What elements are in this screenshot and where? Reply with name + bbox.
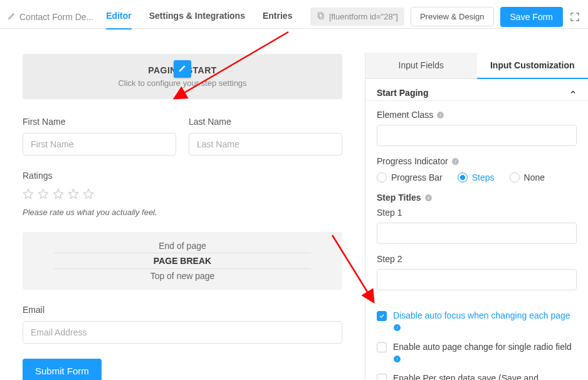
star-icon[interactable] bbox=[53, 188, 64, 201]
pencil-icon bbox=[178, 64, 187, 75]
radio-steps[interactable]: Steps bbox=[458, 172, 495, 182]
tab-editor[interactable]: Editor bbox=[106, 4, 131, 29]
fullscreen-icon[interactable] bbox=[569, 11, 580, 23]
page-break-top: Top of new page bbox=[29, 271, 336, 281]
email-field[interactable]: Email bbox=[23, 305, 342, 344]
page-break-title: PAGE BREAK bbox=[29, 256, 336, 266]
element-class-label: Element Class i bbox=[377, 110, 577, 120]
svg-rect-1 bbox=[318, 13, 322, 18]
page-break-block[interactable]: End of page PAGE BREAK Top of new page bbox=[23, 232, 342, 290]
tab-input-fields[interactable]: Input Fields bbox=[365, 53, 477, 79]
form-canvas: PAGING START Click to configure your ste… bbox=[0, 29, 365, 380]
radio-icon bbox=[458, 172, 468, 182]
star-icon[interactable] bbox=[83, 188, 94, 201]
radio-progress-bar[interactable]: Progress Bar bbox=[377, 172, 443, 182]
info-icon[interactable]: i bbox=[451, 157, 459, 166]
step2-label: Step 2 bbox=[377, 254, 577, 264]
progress-indicator-label: Progress Indicator i bbox=[377, 156, 577, 166]
info-icon[interactable]: i bbox=[424, 194, 433, 202]
check-autopage[interactable]: Enable auto page change for single radio… bbox=[377, 342, 577, 363]
step-titles-label: Step Titles i bbox=[377, 193, 577, 203]
side-panel-tabs: Input Fields Input Customization bbox=[365, 53, 588, 79]
star-icon[interactable] bbox=[23, 188, 34, 201]
page-start-block[interactable]: PAGING START Click to configure your ste… bbox=[23, 54, 342, 99]
star-icon[interactable] bbox=[38, 188, 49, 201]
first-name-field[interactable]: First Name bbox=[23, 117, 176, 156]
radio-icon bbox=[377, 172, 387, 182]
side-panel: Input Fields Input Customization Start P… bbox=[365, 53, 588, 380]
email-input[interactable] bbox=[23, 321, 342, 344]
form-title-text: Contact Form De... bbox=[19, 12, 93, 22]
chevron-up-icon bbox=[569, 88, 577, 98]
check-disable-autofocus[interactable]: Disable auto focus when changing each pa… bbox=[377, 310, 577, 332]
topbar-right: [fluentform id="28"] Preview & Design Sa… bbox=[310, 7, 580, 27]
copy-icon bbox=[317, 11, 325, 22]
ratings-label: Ratings bbox=[23, 171, 342, 181]
checkbox-icon bbox=[377, 342, 387, 352]
shortcode-text: [fluentform id="28"] bbox=[329, 12, 398, 21]
tab-settings[interactable]: Settings & Integrations bbox=[149, 4, 245, 29]
page-start-subtitle: Click to configure your step settings bbox=[29, 78, 336, 88]
last-name-input[interactable] bbox=[189, 133, 342, 156]
step2-input[interactable] bbox=[377, 269, 577, 290]
save-button[interactable]: Save Form bbox=[500, 7, 563, 27]
radio-icon bbox=[510, 172, 520, 182]
step1-label: Step 1 bbox=[377, 208, 577, 218]
last-name-field[interactable]: Last Name bbox=[189, 117, 342, 156]
step1-input[interactable] bbox=[377, 223, 577, 244]
info-icon[interactable]: i bbox=[393, 324, 401, 332]
section-start-paging[interactable]: Start Paging bbox=[365, 79, 588, 101]
element-class-input[interactable] bbox=[377, 125, 577, 146]
first-name-input[interactable] bbox=[23, 133, 176, 156]
page-break-end: End of page bbox=[29, 241, 336, 251]
pencil-icon bbox=[8, 11, 16, 22]
edit-badge[interactable] bbox=[174, 60, 191, 78]
info-icon[interactable]: i bbox=[436, 111, 444, 119]
check-perstep-save[interactable]: Enable Per step data save (Save and Cont… bbox=[377, 373, 577, 380]
last-name-label: Last Name bbox=[189, 117, 342, 127]
checkbox-icon bbox=[377, 374, 387, 380]
shortcode-copy[interactable]: [fluentform id="28"] bbox=[310, 8, 404, 26]
tab-input-customization[interactable]: Input Customization bbox=[477, 53, 589, 79]
section-title: Start Paging bbox=[377, 88, 428, 98]
form-title-edit[interactable]: Contact Form De... bbox=[8, 11, 93, 22]
tab-entries[interactable]: Entries bbox=[263, 4, 292, 29]
first-name-label: First Name bbox=[23, 117, 176, 127]
email-label: Email bbox=[23, 305, 342, 315]
svg-rect-0 bbox=[319, 14, 323, 19]
star-icon[interactable] bbox=[68, 188, 79, 201]
preview-button[interactable]: Preview & Design bbox=[411, 7, 494, 26]
info-icon[interactable]: i bbox=[393, 355, 401, 363]
ratings-hint: Please rate us what you actually feel. bbox=[23, 208, 342, 217]
main-tabs: Editor Settings & Integrations Entries bbox=[106, 4, 292, 29]
top-bar: Contact Form De... Editor Settings & Int… bbox=[0, 0, 588, 29]
submit-button[interactable]: Submit Form bbox=[23, 359, 102, 380]
ratings-stars[interactable] bbox=[23, 188, 342, 201]
radio-none[interactable]: None bbox=[510, 172, 545, 182]
checkbox-icon bbox=[377, 311, 387, 321]
progress-radio-group: Progress Bar Steps None bbox=[377, 172, 577, 182]
